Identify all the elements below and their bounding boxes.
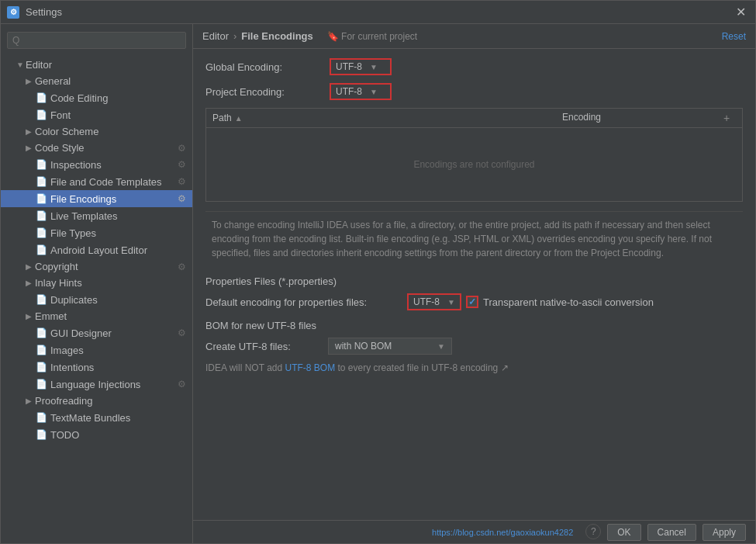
sidebar-item-gui-designer[interactable]: 📄 GUI Designer ⚙ — [1, 324, 192, 341]
tree-arrow-al — [26, 246, 35, 255]
cog-icon-code-style: ⚙ — [178, 143, 186, 154]
titlebar: ⚙ Settings ✕ — [1, 1, 755, 24]
project-encoding-arrow: ▼ — [370, 88, 378, 96]
table-path-label: Path — [212, 113, 232, 123]
sidebar-item-label-proof: Proofreading — [35, 395, 92, 407]
create-utf8-select[interactable]: with NO BOM ▼ — [328, 338, 452, 355]
page-icon-fe: 📄 — [35, 192, 47, 205]
ok-button[interactable]: OK — [607, 524, 640, 541]
project-encoding-label: Project Encoding: — [205, 86, 330, 98]
bom-section-title: BOM for new UTF-8 files — [205, 320, 743, 331]
tree-arrow-fe — [26, 195, 35, 203]
panel-header: Editor › File Encodings 🔖 For current pr… — [193, 24, 755, 49]
sidebar-item-label-font: Font — [50, 109, 71, 121]
sidebar-item-inspections[interactable]: 📄 Inspections ⚙ — [1, 156, 192, 173]
add-path-button[interactable]: + — [717, 112, 736, 124]
sidebar-item-language-injections[interactable]: 📄 Language Injections ⚙ — [1, 376, 192, 393]
sidebar-item-label-img: Images — [50, 345, 84, 356]
for-project-label: 🔖 For current project — [327, 31, 417, 42]
create-utf8-value: with NO BOM — [335, 341, 392, 352]
app-icon: ⚙ — [7, 6, 19, 19]
breadcrumb-parent: Editor — [202, 30, 229, 42]
table-header: Path ▲ Encoding + — [206, 109, 742, 128]
right-panel: Editor › File Encodings 🔖 For current pr… — [193, 24, 755, 543]
sidebar-item-code-style[interactable]: ▶ Code Style ⚙ — [1, 140, 192, 156]
settings-window: ⚙ Settings ✕ ▼ Editor ▶ General 📄 Code E… — [0, 0, 756, 544]
apply-button[interactable]: Apply — [702, 524, 746, 541]
sidebar-item-label-dup: Duplicates — [50, 294, 98, 306]
path-encoding-table: Path ▲ Encoding + Encodings are not conf… — [205, 108, 743, 202]
sidebar-item-copyright[interactable]: ▶ Copyright ⚙ — [1, 258, 192, 275]
breadcrumb-current: File Encodings — [241, 30, 312, 42]
sidebar-item-android-layout[interactable]: 📄 Android Layout Editor — [1, 241, 192, 258]
cancel-button[interactable]: Cancel — [647, 524, 696, 541]
sidebar-item-label-al: Android Layout Editor — [50, 244, 147, 256]
sidebar-item-file-encodings[interactable]: 📄 File Encodings ⚙ — [1, 190, 192, 207]
sidebar-item-duplicates[interactable]: 📄 Duplicates — [1, 291, 192, 308]
tree-arrow-int — [26, 363, 35, 372]
sidebar-item-live-templates[interactable]: 📄 Live Templates — [1, 207, 192, 224]
utf8-bom-link[interactable]: UTF-8 BOM — [285, 362, 335, 373]
sidebar-item-font[interactable]: 📄 Font — [1, 106, 192, 123]
close-button[interactable]: ✕ — [733, 5, 749, 19]
sidebar-item-inlay-hints[interactable]: ▶ Inlay Hints — [1, 275, 192, 291]
sidebar-item-label-tmb: TextMate Bundles — [50, 412, 130, 424]
tree-arrow-ih: ▶ — [26, 279, 35, 287]
sidebar-item-images[interactable]: 📄 Images — [1, 341, 192, 359]
sidebar-item-emmet[interactable]: ▶ Emmet — [1, 308, 192, 324]
page-icon-ft: 📄 — [35, 227, 47, 239]
properties-encoding-select[interactable]: UTF-8 ▼ — [407, 293, 461, 310]
sidebar-item-general[interactable]: ▶ General — [1, 73, 192, 89]
bom-section: BOM for new UTF-8 files Create UTF-8 fil… — [205, 320, 743, 373]
sidebar-item-editor[interactable]: ▼ Editor — [1, 57, 192, 73]
breadcrumb-sep: › — [233, 30, 236, 42]
cog-icon-copyright: ⚙ — [178, 262, 186, 272]
sidebar-item-label-fct: File and Code Templates — [50, 176, 162, 188]
properties-encoding-arrow: ▼ — [447, 298, 455, 307]
sidebar-item-color-scheme[interactable]: ▶ Color Scheme — [1, 123, 192, 140]
sidebar-item-label-emmet: Emmet — [35, 310, 67, 322]
cog-icon-inspections: ⚙ — [178, 159, 186, 170]
sidebar-item-label-code-style: Code Style — [35, 142, 85, 154]
sidebar-item-proofreading[interactable]: ▶ Proofreading — [1, 393, 192, 409]
cog-icon-fe: ⚙ — [178, 193, 186, 204]
default-encoding-row: Default encoding for properties files: U… — [205, 293, 743, 310]
sidebar-item-textmate-bundles[interactable]: 📄 TextMate Bundles — [1, 409, 192, 426]
tree-arrow-dup — [26, 296, 35, 304]
tree-arrow-code-editing — [26, 94, 35, 102]
page-icon-fct: 📄 — [35, 175, 47, 188]
properties-encoding-value: UTF-8 — [413, 296, 440, 307]
help-button[interactable]: ? — [585, 524, 601, 539]
search-input[interactable] — [7, 32, 186, 49]
page-icon-al: 📄 — [35, 244, 47, 256]
sidebar-item-label-gui: GUI Designer — [50, 327, 112, 339]
tree-arrow-editor: ▼ — [16, 61, 26, 69]
properties-section: Properties Files (*.properties) Default … — [205, 275, 743, 310]
global-encoding-select[interactable]: UTF-8 ▼ — [330, 58, 392, 75]
global-encoding-arrow: ▼ — [370, 63, 378, 71]
status-url[interactable]: https://blog.csdn.net/gaoxiaokun4282 — [432, 528, 573, 537]
table-col-path: Path ▲ — [212, 112, 562, 124]
page-icon-gui: 📄 — [35, 327, 47, 339]
page-icon-inspections: 📄 — [35, 158, 47, 171]
tree-arrow-fct — [26, 178, 35, 186]
page-icon-li: 📄 — [35, 378, 47, 390]
default-encoding-label: Default encoding for properties files: — [205, 296, 407, 308]
sidebar-item-intentions[interactable]: 📄 Intentions — [1, 359, 192, 376]
window-title: Settings — [26, 6, 733, 18]
bottom-bar: https://blog.csdn.net/gaoxiaokun4282 ? O… — [193, 520, 755, 543]
sidebar-item-label-todo: TODO — [50, 429, 79, 441]
sidebar-item-code-editing[interactable]: 📄 Code Editing — [1, 89, 192, 106]
sidebar-item-label-inspections: Inspections — [50, 159, 102, 171]
page-icon-dup: 📄 — [35, 293, 47, 306]
transparent-checkbox[interactable]: ✓ — [466, 296, 478, 308]
sidebar-item-label-editor: Editor — [26, 59, 52, 71]
reset-button[interactable]: Reset — [722, 31, 746, 42]
sidebar-item-file-types[interactable]: 📄 File Types — [1, 224, 192, 241]
sidebar-item-todo[interactable]: 📄 TODO — [1, 426, 192, 443]
project-encoding-select[interactable]: UTF-8 ▼ — [330, 83, 392, 100]
page-icon-tmb: 📄 — [35, 411, 47, 424]
tree-arrow-tmb — [26, 414, 35, 422]
create-utf8-label: Create UTF-8 files: — [205, 341, 322, 352]
sidebar-item-file-code-templates[interactable]: 📄 File and Code Templates ⚙ — [1, 173, 192, 190]
